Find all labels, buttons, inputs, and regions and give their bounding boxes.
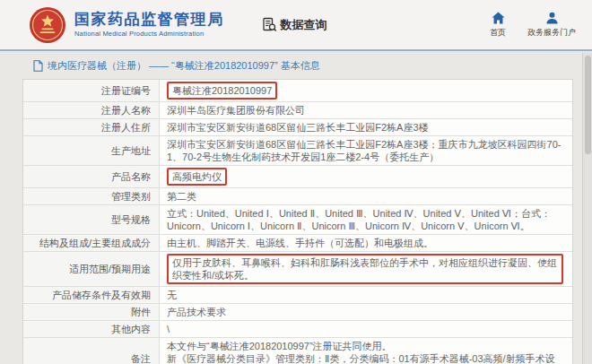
row-label: 产品储存条件及有效期: [23, 287, 160, 303]
row-value-text: 深圳市宝安区新安街道68区留仙三路长丰工业园F2栋A座3楼: [167, 121, 429, 134]
portal-link-label: 政务服务门户: [527, 27, 576, 39]
highlight-box: 仅用于皮肤科、耳鼻喉科、妇科和肛肠科浅表部位的手术中，对相应组织进行凝固、使组织…: [167, 254, 563, 284]
table-row: 注册人名称深圳半岛医疗集团股份有限公司: [23, 102, 572, 119]
row-label: 结构及组成/主要组成成分: [23, 235, 160, 251]
row-value-text: 深圳半岛医疗集团股份有限公司: [167, 104, 305, 117]
row-value: 本文件与“粤械注准20182010997”注册证共同使用。 新《医疗器械分类目录…: [160, 338, 572, 364]
row-label: 注册人住所: [23, 119, 160, 135]
row-value: 产品技术要求: [160, 304, 572, 320]
row-value: 立式：United、United Ⅰ、United Ⅱ、United Ⅲ、Uni…: [160, 205, 572, 234]
row-label: 附件: [23, 304, 160, 320]
home-link-label: 首页: [490, 27, 506, 39]
row-value-text: 第二类: [167, 190, 196, 203]
table-row: 产品储存条件及有效期无: [23, 287, 572, 304]
national-emblem-logo: [29, 6, 66, 44]
agency-name-block: 国家药品监督管理局 National Medical Products Admi…: [74, 12, 224, 38]
row-value: 仅用于皮肤科、耳鼻喉科、妇科和肛肠科浅表部位的手术中，对相应组织进行凝固、使组织…: [160, 252, 572, 286]
row-label: 型号规格: [23, 205, 160, 234]
user-icon: [545, 12, 559, 24]
data-query-label: 数据查询: [281, 17, 327, 33]
breadcrumb: 境内医疗器械（注册） —— “粤械注准20182010997” 基本信息: [0, 51, 592, 79]
row-label: 管理类别: [23, 188, 160, 204]
table-row: 产品名称高频电灼仪: [23, 166, 572, 188]
row-label: 产品名称: [23, 166, 160, 187]
document-icon: [33, 60, 43, 72]
table-row: 注册证编号粤械注准20182010997: [23, 80, 572, 102]
table-row: 附件产品技术要求: [23, 304, 572, 321]
table-row: 管理类别第二类: [23, 188, 572, 205]
agency-name-en: National Medical Products Administration: [74, 30, 224, 38]
row-label: 适用范围/预期用途: [23, 252, 160, 286]
row-value-text: 本文件与“粤械注准20182010997”注册证共同使用。 新《医疗器械分类目录…: [167, 340, 563, 364]
row-value: 粤械注准20182010997: [160, 80, 572, 101]
table-row: 其他内容\: [23, 321, 572, 338]
highlight-box: 粤械注准20182010997: [167, 82, 277, 100]
row-value: 第二类: [160, 188, 572, 204]
row-label: 生产地址: [23, 136, 160, 165]
row-label: 注册证编号: [23, 80, 160, 101]
row-value: 无: [160, 287, 572, 303]
row-value-text: \: [167, 323, 170, 335]
data-query-nav[interactable]: 数据查询: [262, 17, 327, 33]
info-table: 注册证编号粤械注准20182010997注册人名称深圳半岛医疗集团股份有限公司注…: [22, 79, 573, 364]
highlight-box: 高频电灼仪: [167, 168, 227, 186]
home-icon: [492, 12, 505, 24]
row-value: 由主机、脚踏开关、电源线、手持件（可选配）和电极组成。: [160, 235, 572, 251]
table-row: 备注本文件与“粤械注准20182010997”注册证共同使用。 新《医疗器械分类…: [23, 338, 572, 364]
row-value-text: 产品技术要求: [167, 306, 226, 318]
home-link[interactable]: 首页: [490, 12, 506, 39]
site-header: 国家药品监督管理局 National Medical Products Admi…: [0, 0, 592, 51]
row-value-text: 无: [167, 289, 177, 301]
portal-link[interactable]: 政务服务门户: [527, 12, 576, 39]
row-value-text: 立式：United、United Ⅰ、United Ⅱ、United Ⅲ、Uni…: [167, 207, 563, 232]
row-value-text: 深圳市宝安区新安街道68区留仙三路长丰工业园F2栋A座3楼；重庆市九龙坡区科园四…: [167, 138, 563, 163]
table-row: 注册人住所深圳市宝安区新安街道68区留仙三路长丰工业园F2栋A座3楼: [23, 119, 572, 136]
row-label: 其他内容: [23, 321, 160, 337]
row-label: 注册人名称: [23, 102, 160, 118]
scrollbar-thumb[interactable]: [585, 56, 591, 154]
table-row: 结构及组成/主要组成成分由主机、脚踏开关、电源线、手持件（可选配）和电极组成。: [23, 235, 572, 252]
agency-name: 国家药品监督管理局: [74, 12, 224, 29]
table-row: 型号规格立式：United、United Ⅰ、United Ⅱ、United Ⅲ…: [23, 205, 572, 235]
data-query-icon: [262, 17, 277, 32]
scrollbar[interactable]: [582, 53, 592, 364]
row-value: 深圳市宝安区新安街道68区留仙三路长丰工业园F2栋A座3楼: [160, 119, 572, 135]
row-label: 备注: [23, 338, 160, 364]
row-value: 深圳半岛医疗集团股份有限公司: [160, 102, 572, 118]
row-value: 深圳市宝安区新安街道68区留仙三路长丰工业园F2栋A座3楼；重庆市九龙坡区科园四…: [160, 136, 572, 165]
breadcrumb-text: 境内医疗器械（注册） —— “粤械注准20182010997” 基本信息: [48, 59, 320, 73]
row-value: \: [160, 321, 572, 337]
table-row: 适用范围/预期用途仅用于皮肤科、耳鼻喉科、妇科和肛肠科浅表部位的手术中，对相应组…: [23, 252, 572, 287]
row-value-text: 由主机、脚踏开关、电源线、手持件（可选配）和电极组成。: [167, 237, 433, 249]
table-row: 生产地址深圳市宝安区新安街道68区留仙三路长丰工业园F2栋A座3楼；重庆市九龙坡…: [23, 136, 572, 166]
row-value: 高频电灼仪: [160, 166, 572, 187]
